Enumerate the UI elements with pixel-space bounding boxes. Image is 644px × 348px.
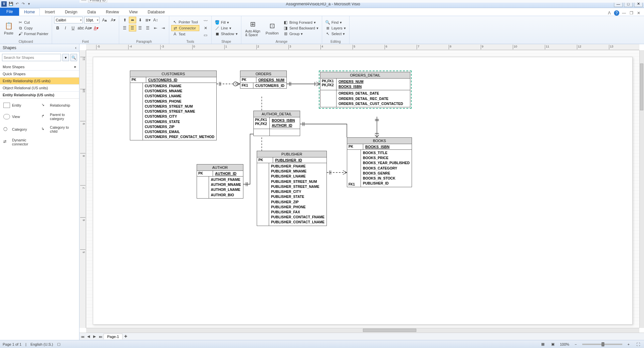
font-size-combo[interactable]: 10pt. — [84, 17, 99, 23]
zoom-in-button[interactable]: + — [626, 342, 631, 346]
v-scroll-thumb[interactable] — [640, 64, 643, 110]
new-page-button[interactable]: ✚ — [123, 334, 129, 340]
minimize-ribbon-icon[interactable]: ᐱ — [607, 10, 612, 16]
view-fullscreen-button[interactable]: ▣ — [550, 342, 556, 346]
autoalign-button[interactable]: ⊞Auto Align & Space — [243, 18, 262, 38]
freeform-button[interactable]: 〰 — [202, 18, 209, 24]
copy-button[interactable]: ⧉Copy — [17, 25, 50, 31]
last-page-button[interactable]: ⏭ — [97, 334, 103, 340]
shape-dyn-connector[interactable]: ⇄Dynamic connector — [3, 137, 39, 147]
shadow-button[interactable]: ◼Shadow▾ — [214, 31, 239, 36]
entity-orders[interactable]: ORDERS PKORDERS_NUM FK1CUSTOMERS_ID — [240, 71, 287, 89]
shape-view[interactable]: View — [3, 111, 39, 122]
align-top-button[interactable]: ⬆ — [121, 17, 129, 23]
find-button[interactable]: 🔍Find ▾ — [324, 20, 347, 25]
next-page-button[interactable]: ▶ — [91, 334, 97, 340]
dec-indent-button[interactable]: ⇤ — [152, 25, 159, 31]
bullets-button[interactable]: ≣▾ — [144, 17, 152, 23]
rectangle-button[interactable]: ▭ — [202, 32, 209, 38]
help-icon[interactable]: ? — [614, 10, 619, 16]
align-middle-button[interactable]: ⬌ — [129, 17, 136, 23]
entity-books[interactable]: BOOKS PKBOOKS_ISBN FK1 BOOKS_TITLEBOOKS_… — [347, 137, 412, 187]
quick-shapes-row[interactable]: Quick Shapes — [0, 71, 79, 78]
font-color-button[interactable]: A▾ — [92, 25, 100, 31]
justify-button[interactable]: ☰ — [144, 25, 152, 31]
underline-button[interactable]: U — [69, 25, 77, 31]
case-button[interactable]: Aa▾ — [85, 25, 92, 31]
more-shapes-row[interactable]: More Shapes▸ — [0, 63, 79, 71]
tab-file[interactable]: File — [0, 8, 19, 16]
align-left-button[interactable]: ☰ — [121, 25, 129, 31]
qat-save[interactable]: 💾 — [8, 1, 14, 7]
text-direction-button[interactable]: A↕ — [152, 17, 159, 23]
search-button[interactable]: 🔍 — [70, 54, 77, 61]
doc-min-icon[interactable]: — — [621, 10, 627, 16]
align-right-button[interactable]: ☰ — [137, 25, 144, 31]
fill-button[interactable]: 🪣Fill▾ — [214, 20, 239, 25]
tab-database[interactable]: Database — [143, 8, 170, 16]
vertical-scrollbar[interactable] — [639, 50, 644, 328]
send-backward-button[interactable]: ◨Send Backward ▾ — [282, 25, 320, 31]
text-tool-button[interactable]: AText — [171, 31, 199, 37]
doc-restore-icon[interactable]: ❐ — [629, 10, 634, 16]
tab-review[interactable]: Review — [101, 8, 124, 16]
select-button[interactable]: ↖Select ▾ — [324, 31, 347, 36]
italic-button[interactable]: I — [62, 25, 69, 31]
tab-design[interactable]: Design — [60, 8, 82, 16]
qat-redo[interactable]: ↷ — [20, 1, 26, 7]
doc-close-icon[interactable]: ✕ — [636, 10, 641, 16]
canvas[interactable]: CUSTOMERS PK CUSTOMERS_ID CUSTOMERS_FNAM… — [86, 50, 639, 328]
fit-page-button[interactable]: ⛶ — [635, 342, 641, 346]
entity-author[interactable]: AUTHOR PKAUTHOR_ID AUTHOR_FNAMEAUTHOR_MN… — [197, 164, 243, 199]
shape-relationship[interactable]: ↘Relationship — [41, 101, 77, 109]
zoom-knob[interactable] — [602, 342, 604, 346]
shape-category[interactable]: ◯Category — [3, 124, 39, 135]
align-bottom-button[interactable]: ⬇ — [137, 17, 144, 23]
qat-dropdown[interactable]: ▾ — [26, 1, 32, 7]
shape-parent-category[interactable]: ↱Parent to category — [41, 111, 77, 122]
horizontal-scrollbar[interactable] — [86, 328, 639, 333]
paste-button[interactable]: 📋 Paste — [2, 20, 15, 36]
cut-button[interactable]: ✂Cut — [17, 20, 50, 25]
view-normal-button[interactable]: ▦ — [540, 342, 546, 346]
format-painter-button[interactable]: 🖌Format Painter — [17, 31, 50, 36]
grow-font-button[interactable]: A▴ — [101, 17, 108, 23]
tab-home[interactable]: Home — [19, 8, 40, 16]
pointer-tool-button[interactable]: ↖Pointer Tool — [171, 19, 199, 25]
inc-indent-button[interactable]: ⇥ — [160, 25, 167, 31]
search-input[interactable] — [2, 54, 61, 61]
position-button[interactable]: ⊡Position — [264, 20, 281, 36]
h-scroll-thumb[interactable] — [363, 329, 416, 332]
tab-view[interactable]: View — [124, 8, 143, 16]
prev-page-button[interactable]: ◀ — [85, 334, 91, 340]
first-page-button[interactable]: ⏮ — [79, 334, 85, 340]
bold-button[interactable]: B — [54, 25, 61, 31]
page-tab-1[interactable]: Page-1 — [103, 334, 123, 339]
align-center-button[interactable]: ☰ — [129, 25, 136, 31]
macro-icon[interactable]: ▢ — [57, 342, 60, 346]
zoom-out-button[interactable]: − — [573, 342, 578, 346]
tab-insert[interactable]: Insert — [40, 8, 60, 16]
bring-forward-button[interactable]: ◧Bring Forward ▾ — [282, 20, 320, 25]
entity-author-detail[interactable]: AUTHOR_DETAIL PK,FK1 PK,FK2 BOOKS_ISBN A… — [253, 111, 300, 136]
layers-button[interactable]: ≣Layers ▾ — [324, 25, 347, 31]
entity-customers[interactable]: CUSTOMERS PK CUSTOMERS_ID CUSTOMERS_FNAM… — [130, 71, 217, 140]
qat-undo[interactable]: ↶ — [14, 1, 20, 7]
shape-entity[interactable]: Entity — [3, 101, 39, 109]
strikethrough-button[interactable]: abc — [77, 25, 84, 31]
close-categories-button[interactable]: ✕ — [81, 0, 86, 1]
entity-orders-detail[interactable]: ORDERS_DETAIL PK,FK1 PK,FK2 ORDERS_NUM B… — [320, 72, 410, 107]
entity-publisher[interactable]: PUBLISHER PKPUBLISHER_ID PUBLISHER_FNAME… — [257, 151, 327, 226]
stencil-or-row[interactable]: Object Relational (US units) — [0, 85, 79, 92]
font-name-combo[interactable]: Calibri — [54, 17, 83, 23]
zoom-slider[interactable] — [582, 344, 622, 345]
group-button[interactable]: ⊞Group ▾ — [282, 31, 320, 36]
shape-category-child[interactable]: ↳Category to child — [41, 124, 77, 135]
drawing-page[interactable]: CUSTOMERS PK CUSTOMERS_ID CUSTOMERS_FNAM… — [93, 57, 633, 325]
collapse-shapes-icon[interactable]: ‹ — [75, 45, 76, 50]
line-button[interactable]: ／Line▾ — [214, 25, 239, 31]
delete-connector-button[interactable]: ✕ — [202, 25, 209, 31]
search-dropdown[interactable]: ▾ — [62, 54, 69, 61]
stencil-er-row[interactable]: Entity Relationship (US units) — [0, 78, 79, 85]
shrink-font-button[interactable]: A▾ — [110, 17, 117, 23]
